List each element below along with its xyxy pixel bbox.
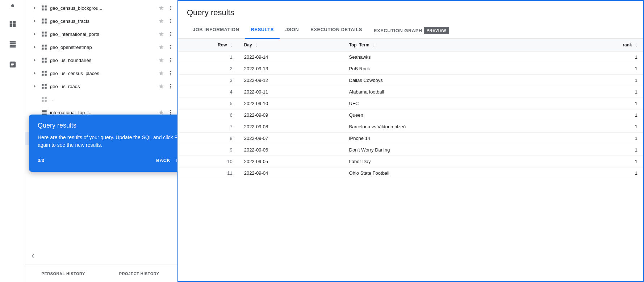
- svg-rect-55: [42, 113, 47, 113]
- table-row[interactable]: 5 2022-09-10 UFC 1: [178, 98, 643, 109]
- col-resize-handle[interactable]: ⋮: [372, 43, 375, 47]
- more-icon[interactable]: [167, 43, 174, 51]
- col-resize-handle[interactable]: ⋮: [635, 43, 637, 47]
- star-icon[interactable]: [158, 57, 165, 64]
- col-resize-handle[interactable]: ⋮: [230, 43, 233, 47]
- item-label: geo_us_boundaries: [50, 58, 155, 63]
- table-row[interactable]: 8 2022-09-07 iPhone 14 1: [178, 133, 643, 144]
- tab-json[interactable]: JSON: [280, 23, 305, 39]
- item-label: geo_us_census_places: [50, 71, 155, 76]
- svg-rect-16: [42, 35, 43, 37]
- grid-icon[interactable]: [6, 17, 19, 30]
- star-icon[interactable]: [158, 43, 165, 51]
- query-results-popup: × Query results Here are the results of …: [29, 115, 177, 172]
- cell-row: 2: [178, 63, 238, 75]
- tab-project-history[interactable]: PROJECT HISTORY: [101, 265, 177, 282]
- results-table: Row ⋮ Day ⋮ Top_Term ⋮ rank ⋮: [178, 39, 643, 179]
- cell-day: 2022-09-11: [238, 86, 343, 98]
- svg-point-25: [170, 45, 171, 46]
- explorer-item[interactable]: …: [25, 93, 177, 106]
- cell-top-term: Barcelona vs Viktoria plzeň: [343, 121, 568, 133]
- item-label: …: [50, 97, 174, 102]
- cell-rank: 1: [568, 51, 643, 63]
- svg-point-26: [170, 47, 171, 48]
- svg-point-6: [170, 9, 171, 10]
- svg-rect-36: [45, 71, 47, 72]
- table-row[interactable]: 7 2022-09-08 Barcelona vs Viktoria plzeň…: [178, 121, 643, 133]
- star-icon[interactable]: [158, 70, 165, 77]
- cell-rank: 1: [568, 75, 643, 86]
- cell-top-term: UFC: [343, 98, 568, 109]
- more-icon[interactable]: [167, 83, 174, 90]
- cell-top-term: iPhone 14: [343, 133, 568, 144]
- svg-rect-53: [42, 110, 47, 111]
- explorer-item[interactable]: geo_international_ports: [25, 28, 177, 41]
- svg-point-58: [170, 112, 171, 113]
- svg-point-32: [170, 58, 171, 59]
- explorer-panel: geo_census_blockgrou... geo_census_tract…: [25, 0, 177, 282]
- explorer-item[interactable]: geo_census_tracts: [25, 14, 177, 28]
- svg-rect-51: [42, 100, 43, 102]
- bottom-tabs: PERSONAL HISTORY PROJECT HISTORY: [25, 265, 177, 282]
- table-grid-icon: [41, 83, 48, 90]
- svg-rect-29: [45, 58, 47, 59]
- svg-rect-28: [42, 58, 43, 59]
- clipboard-icon[interactable]: [6, 58, 19, 71]
- more-icon[interactable]: [167, 4, 174, 12]
- col-resize-handle[interactable]: ⋮: [255, 43, 258, 47]
- tab-execution-graph[interactable]: EXECUTION GRAPH PREVIEW: [368, 23, 455, 39]
- explorer-item[interactable]: geo_us_census_places: [25, 67, 177, 80]
- explorer-item[interactable]: geo_us_boundaries: [25, 54, 177, 67]
- col-header-rank: rank ⋮: [568, 39, 643, 51]
- expand-arrow-icon: [31, 83, 38, 90]
- explorer-item[interactable]: geo_openstreetmap: [25, 41, 177, 54]
- svg-point-48: [170, 87, 171, 88]
- star-icon[interactable]: [158, 83, 165, 90]
- popup-done-button[interactable]: DONE: [176, 156, 177, 165]
- explorer-item[interactable]: geo_census_blockgrou...: [25, 1, 177, 14]
- table-icon[interactable]: [6, 38, 19, 51]
- page-title: Query results: [187, 8, 635, 17]
- tab-personal-history[interactable]: PERSONAL HISTORY: [25, 265, 101, 282]
- cell-row: 10: [178, 156, 238, 167]
- tab-execution-details[interactable]: EXECUTION DETAILS: [305, 23, 368, 39]
- tab-results[interactable]: RESULTS: [245, 23, 280, 39]
- more-icon[interactable]: [167, 70, 174, 77]
- table-row[interactable]: 10 2022-09-05 Labor Day 1: [178, 156, 643, 167]
- results-table-wrapper[interactable]: Row ⋮ Day ⋮ Top_Term ⋮ rank ⋮: [178, 39, 643, 281]
- svg-rect-7: [42, 18, 43, 20]
- collapse-toggle[interactable]: [27, 250, 39, 263]
- expand-arrow-icon: [31, 17, 38, 25]
- star-icon[interactable]: [158, 17, 165, 25]
- table-row[interactable]: 9 2022-09-06 Don't Worry Darling 1: [178, 144, 643, 156]
- more-icon[interactable]: [167, 17, 174, 25]
- svg-point-40: [170, 73, 171, 74]
- cell-rank: 1: [568, 144, 643, 156]
- col-header-day: Day ⋮: [238, 39, 343, 51]
- table-row[interactable]: 1 2022-09-14 Seahawks 1: [178, 51, 643, 63]
- svg-point-41: [170, 74, 171, 75]
- explorer-item[interactable]: geo_us_roads: [25, 80, 177, 93]
- svg-rect-52: [45, 100, 47, 102]
- table-row[interactable]: 4 2022-09-11 Alabama football 1: [178, 86, 643, 98]
- cell-row: 9: [178, 144, 238, 156]
- cell-rank: 1: [568, 86, 643, 98]
- tab-job-information[interactable]: JOB INFORMATION: [187, 23, 245, 39]
- table-row[interactable]: 2 2022-09-13 PnB Rock 1: [178, 63, 643, 75]
- table-row[interactable]: 6 2022-09-09 Queen 1: [178, 109, 643, 121]
- table-grid-icon: [41, 96, 48, 103]
- star-icon[interactable]: [158, 4, 165, 12]
- svg-rect-49: [42, 97, 43, 99]
- svg-point-19: [170, 34, 171, 35]
- popup-back-button[interactable]: BACK: [156, 156, 171, 165]
- table-row[interactable]: 11 2022-09-04 Ohio State Football 1: [178, 167, 643, 179]
- more-icon[interactable]: [167, 57, 174, 64]
- star-icon[interactable]: [158, 30, 165, 38]
- preview-badge: PREVIEW: [424, 27, 449, 34]
- more-icon[interactable]: [167, 30, 174, 38]
- svg-rect-10: [45, 22, 47, 24]
- table-row[interactable]: 3 2022-09-12 Dallas Cowboys 1: [178, 75, 643, 86]
- svg-point-4: [170, 6, 171, 7]
- table-grid-icon: [41, 4, 48, 12]
- svg-rect-0: [42, 5, 43, 7]
